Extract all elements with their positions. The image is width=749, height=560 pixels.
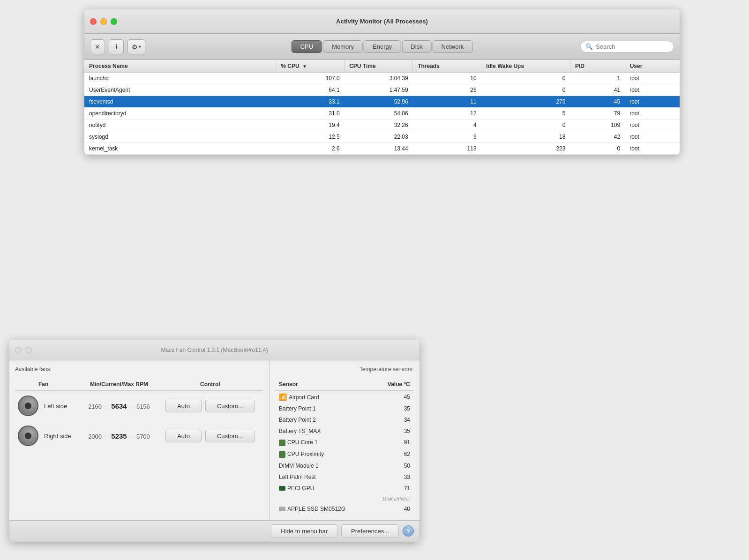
col-header-name[interactable]: Process Name (84, 60, 276, 73)
search-input[interactable] (596, 43, 669, 50)
temp-col-value: Value °C (374, 378, 414, 391)
macs-dot2[interactable] (25, 347, 32, 353)
cputime-cell: 52.96 (345, 96, 413, 108)
temperature-panel: Temperature sensors: Sensor Value °C 📶Ai (270, 360, 419, 520)
sensor-name-cell: CPU Proximity (275, 448, 374, 460)
idle-cell: 0 (481, 119, 570, 131)
sensor-row: Battery TS_MAX 35 (275, 426, 414, 437)
table-row[interactable]: launchd 107.0 3:04.39 10 0 1 root (84, 73, 680, 84)
process-table-body: launchd 107.0 3:04.39 10 0 1 root UserEv… (84, 73, 680, 155)
tab-energy[interactable]: Energy (364, 40, 401, 53)
table-row[interactable]: fseventsd 33.1 52.96 11 275 45 root (84, 96, 680, 108)
threads-cell: 113 (413, 143, 481, 155)
macs-dot1[interactable] (15, 347, 22, 353)
fan-row: Right side 2000 — 5235 — 5700 Auto Custo… (15, 421, 263, 451)
sensor-row: CPU Core 1 91 (275, 437, 414, 448)
table-row[interactable]: UserEventAgent 64.1 1:47.59 26 0 41 root (84, 84, 680, 96)
close-x-icon: ✕ (95, 43, 100, 51)
threads-cell: 9 (413, 131, 481, 143)
cputime-cell: 32.26 (345, 119, 413, 131)
wifi-icon: 📶 (279, 393, 287, 401)
gear-button[interactable]: ⚙ ▾ (127, 39, 145, 54)
fan-auto-button[interactable]: Auto (165, 430, 202, 442)
hdd-icon (279, 507, 285, 511)
sensor-row: Left Palm Rest 33 (275, 471, 414, 483)
cputime-cell: 3:04.39 (345, 73, 413, 84)
sensor-value-cell: 33 (374, 471, 414, 483)
col-header-pid[interactable]: PID (570, 60, 625, 73)
cpu-cell: 31.0 (276, 108, 345, 119)
col-header-cpu[interactable]: % CPU ▼ (276, 60, 345, 73)
temp-table: Sensor Value °C 📶Airport Card 45 Battery… (275, 378, 414, 515)
sensor-value-cell: 45 (374, 391, 414, 403)
fans-col-rpm: Min/Current/Max RPM (81, 378, 157, 391)
fan-control-cell: Auto Custom... (157, 421, 263, 451)
macs-traffic-lights (15, 347, 32, 353)
col-header-user[interactable]: User (625, 60, 680, 73)
tab-bar: CPU Memory Energy Disk Network (292, 40, 473, 53)
close-process-button[interactable]: ✕ (90, 39, 105, 54)
help-button[interactable]: ? (403, 525, 414, 537)
tab-disk[interactable]: Disk (402, 40, 431, 53)
sensor-name-cell: Battery Point 1 (275, 403, 374, 414)
search-box[interactable]: 🔍 (580, 41, 674, 52)
cpu-cell: 64.1 (276, 84, 345, 96)
activity-monitor-window: Activity Monitor (All Processes) ✕ ℹ ⚙ ▾ (84, 9, 680, 155)
sensor-value-cell: 34 (374, 414, 414, 426)
table-row[interactable]: kernel_task 2.6 13.44 113 223 0 root (84, 143, 680, 155)
info-icon: ℹ (115, 43, 118, 51)
threads-cell: 11 (413, 96, 481, 108)
close-button[interactable] (90, 18, 97, 25)
sensor-row: Disk Drives: (275, 494, 414, 503)
col-header-idle[interactable]: Idle Wake Ups (481, 60, 570, 73)
cputime-cell: 13.44 (345, 143, 413, 155)
tab-network[interactable]: Network (433, 40, 473, 53)
gear-icon: ⚙ (132, 43, 138, 51)
col-header-threads[interactable]: Threads (413, 60, 481, 73)
process-name-cell: launchd (84, 73, 276, 84)
activity-monitor: Activity Monitor (All Processes) ✕ ℹ ⚙ ▾ (84, 9, 680, 155)
sensor-value-cell: 35 (374, 403, 414, 414)
pid-cell: 79 (570, 108, 625, 119)
fan-custom-button[interactable]: Custom... (205, 400, 255, 412)
fan-custom-button[interactable]: Custom... (205, 430, 255, 442)
info-button[interactable]: ℹ (109, 39, 124, 54)
peci-icon (279, 486, 285, 491)
sensor-row: APPLE SSD SM0512G 40 (275, 503, 414, 515)
fans-col-control: Control (157, 378, 263, 391)
pid-cell: 109 (570, 119, 625, 131)
hide-to-menu-bar-button[interactable]: Hide to menu bar (271, 524, 337, 538)
sensor-row: 📶Airport Card 45 (275, 391, 414, 403)
idle-cell: 18 (481, 131, 570, 143)
minimize-button[interactable] (100, 18, 107, 25)
cpu-cell: 2.6 (276, 143, 345, 155)
section-label-cell: Disk Drives: (275, 494, 414, 503)
pid-cell: 0 (570, 143, 625, 155)
fan-name-label: Right side (44, 433, 71, 440)
cputime-cell: 22.03 (345, 131, 413, 143)
search-icon: 🔍 (585, 43, 593, 50)
tab-memory[interactable]: Memory (323, 40, 363, 53)
idle-cell: 0 (481, 84, 570, 96)
fans-col-fan: Fan (15, 378, 81, 391)
preferences-button[interactable]: Preferences... (341, 524, 399, 538)
activity-monitor-title-bar: Activity Monitor (All Processes) (84, 9, 680, 34)
macs-fan-control: Macs Fan Control 1.3.1 (MacBookPro11,4) … (9, 340, 419, 542)
table-row[interactable]: opendirectoryd 31.0 54.06 12 5 79 root (84, 108, 680, 119)
maximize-button[interactable] (111, 18, 117, 25)
fan-auto-button[interactable]: Auto (165, 400, 202, 412)
table-row[interactable]: notifyd 19.4 32.26 4 0 109 root (84, 119, 680, 131)
user-cell: root (625, 96, 680, 108)
user-cell: root (625, 84, 680, 96)
macs-window-title: Macs Fan Control 1.3.1 (MacBookPro11,4) (161, 347, 268, 353)
windows-container: Activity Monitor (All Processes) ✕ ℹ ⚙ ▾ (9, 9, 740, 548)
table-row[interactable]: syslogd 12.5 22.03 9 18 42 root (84, 131, 680, 143)
user-cell: root (625, 143, 680, 155)
toolbar: ✕ ℹ ⚙ ▾ CPU Memory Energy Disk (84, 34, 680, 60)
fan-name-label: Left side (44, 403, 67, 410)
sort-arrow-icon: ▼ (302, 64, 307, 69)
temp-table-body: 📶Airport Card 45 Battery Point 1 35 Batt… (275, 391, 414, 515)
cpu-cell: 19.4 (276, 119, 345, 131)
tab-cpu[interactable]: CPU (292, 40, 322, 53)
col-header-cputime[interactable]: CPU Time (345, 60, 413, 73)
